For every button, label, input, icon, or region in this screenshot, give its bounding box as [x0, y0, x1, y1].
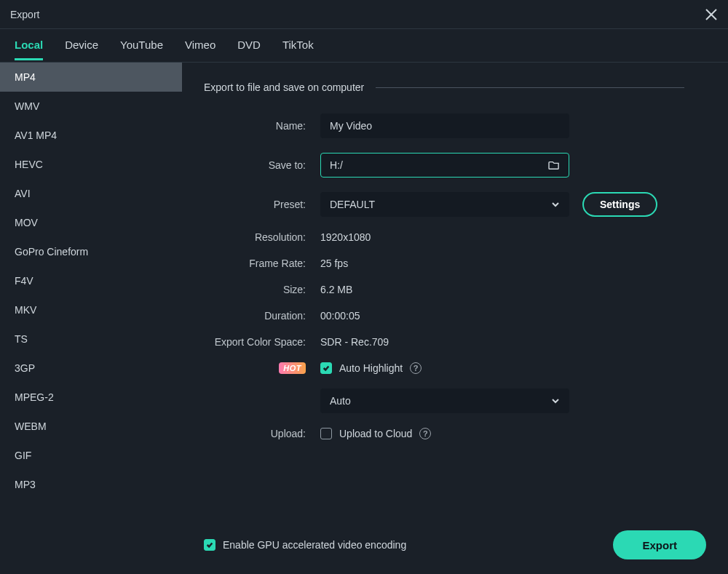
tab-local[interactable]: Local	[15, 31, 43, 60]
format-hevc[interactable]: HEVC	[0, 150, 182, 179]
upload-cloud-label: Upload to Cloud	[339, 428, 412, 439]
section-heading: Export to file and save on computer	[204, 81, 364, 93]
format-mov[interactable]: MOV	[0, 208, 182, 237]
folder-icon[interactable]	[548, 160, 560, 170]
tab-tiktok[interactable]: TikTok	[282, 31, 314, 60]
export-button[interactable]: Export	[613, 530, 706, 559]
main-content: MP4 WMV AV1 MP4 HEVC AVI MOV GoPro Cinef…	[0, 63, 728, 574]
auto-highlight-select-value: Auto	[330, 395, 351, 407]
format-gopro[interactable]: GoPro Cineform	[0, 237, 182, 266]
format-sidebar: MP4 WMV AV1 MP4 HEVC AVI MOV GoPro Cinef…	[0, 63, 182, 574]
save-to-input[interactable]: H:/	[320, 153, 569, 178]
format-av1-mp4[interactable]: AV1 MP4	[0, 121, 182, 150]
help-icon[interactable]: ?	[410, 362, 422, 374]
format-ts[interactable]: TS	[0, 324, 182, 354]
divider	[376, 87, 684, 88]
label-size: Size:	[204, 284, 320, 295]
label-duration: Duration:	[204, 310, 320, 322]
format-gif[interactable]: GIF	[0, 441, 182, 470]
window-title: Export	[10, 9, 39, 20]
format-f4v[interactable]: F4V	[0, 266, 182, 295]
label-name: Name:	[204, 120, 320, 132]
settings-button[interactable]: Settings	[582, 192, 657, 217]
close-icon[interactable]	[705, 8, 718, 21]
save-to-value: H:/	[330, 159, 343, 171]
label-resolution: Resolution:	[204, 231, 320, 243]
format-mkv[interactable]: MKV	[0, 295, 182, 324]
export-settings-panel: Export to file and save on computer Name…	[182, 63, 728, 574]
format-mpeg2[interactable]: MPEG-2	[0, 383, 182, 412]
tab-vimeo[interactable]: Vimeo	[185, 31, 215, 60]
format-webm[interactable]: WEBM	[0, 412, 182, 441]
format-mp4[interactable]: MP4	[0, 63, 182, 92]
label-save-to: Save to:	[204, 159, 320, 171]
name-input[interactable]: My Video	[320, 113, 569, 138]
hot-badge: HOT	[279, 362, 306, 374]
auto-highlight-label: Auto Highlight	[339, 362, 403, 374]
label-preset: Preset:	[204, 199, 320, 210]
frame-rate-value: 25 fps	[320, 258, 348, 269]
gpu-label: Enable GPU accelerated video encoding	[223, 539, 406, 551]
check-icon	[206, 541, 213, 549]
panel-footer: Enable GPU accelerated video encoding Ex…	[182, 523, 728, 574]
preset-value: DEFAULT	[330, 199, 375, 210]
label-frame-rate: Frame Rate:	[204, 258, 320, 269]
upload-cloud-checkbox[interactable]	[320, 428, 332, 439]
label-upload: Upload:	[204, 428, 320, 439]
gpu-checkbox[interactable]	[204, 539, 215, 551]
check-icon	[323, 364, 330, 372]
chevron-down-icon	[551, 200, 560, 209]
tab-dvd[interactable]: DVD	[237, 31, 261, 60]
export-destination-tabs: Local Device YouTube Vimeo DVD TikTok	[0, 29, 728, 63]
preset-select[interactable]: DEFAULT	[320, 192, 569, 217]
label-color-space: Export Color Space:	[204, 336, 320, 348]
section-header: Export to file and save on computer	[204, 81, 684, 93]
auto-highlight-select[interactable]: Auto	[320, 388, 569, 413]
titlebar: Export	[0, 0, 728, 29]
tab-youtube[interactable]: YouTube	[120, 31, 163, 60]
duration-value: 00:00:05	[320, 310, 360, 322]
size-value: 6.2 MB	[320, 284, 352, 295]
format-3gp[interactable]: 3GP	[0, 354, 182, 383]
format-mp3[interactable]: MP3	[0, 470, 182, 499]
auto-highlight-checkbox[interactable]	[320, 362, 332, 374]
format-avi[interactable]: AVI	[0, 179, 182, 208]
resolution-value: 1920x1080	[320, 231, 371, 243]
color-space-value: SDR - Rec.709	[320, 336, 389, 348]
help-icon[interactable]: ?	[419, 428, 431, 439]
name-value: My Video	[330, 120, 372, 132]
tab-device[interactable]: Device	[65, 31, 98, 60]
chevron-down-icon	[551, 396, 560, 405]
format-wmv[interactable]: WMV	[0, 92, 182, 121]
